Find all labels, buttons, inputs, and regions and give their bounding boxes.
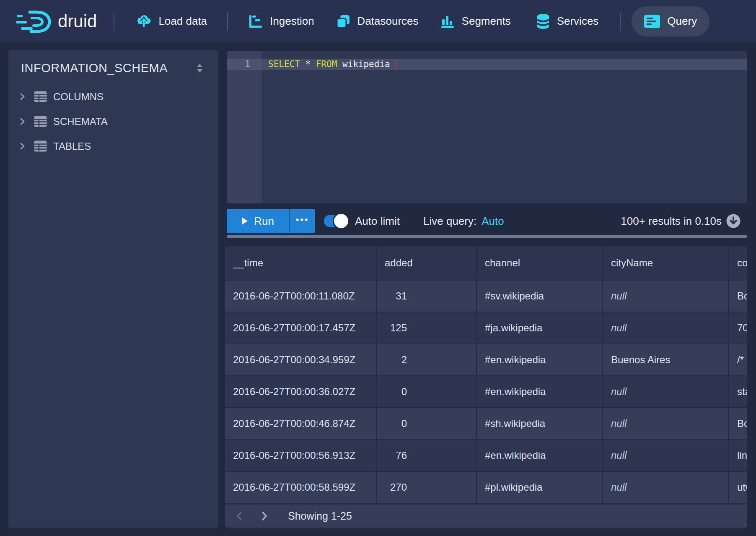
chevron-right-icon xyxy=(20,142,25,150)
table-icon xyxy=(34,116,47,127)
download-button[interactable] xyxy=(726,214,740,228)
sql-star: * xyxy=(305,59,311,69)
cell-comment[interactable]: link xyxy=(729,440,747,472)
tree-item-tables[interactable]: TABLES xyxy=(8,134,218,159)
column-header-channel[interactable]: channel xyxy=(477,246,603,281)
nav-item-label: Query xyxy=(667,15,697,28)
showing-label: Showing 1-25 xyxy=(288,510,352,522)
cell-channel[interactable]: #en.wikipedia xyxy=(477,376,603,408)
stacked-squares-icon xyxy=(336,14,350,29)
nav-item-query-active[interactable]: Query xyxy=(632,6,709,36)
tree-item-label: TABLES xyxy=(53,141,91,152)
sql-table-name: wikipedia xyxy=(342,59,390,69)
cell-time[interactable]: 2016-06-27T00:00:11.080Z xyxy=(225,281,377,312)
nav-item-datasources[interactable]: Datasources xyxy=(336,14,419,29)
cell-added[interactable]: 0 xyxy=(377,408,477,440)
cell-added[interactable]: 125 xyxy=(377,312,477,344)
cell-comment[interactable]: Bot xyxy=(729,281,747,312)
cell-added[interactable]: 76 xyxy=(377,440,477,472)
panel-resize-handle[interactable] xyxy=(227,235,747,238)
console-icon xyxy=(644,15,660,28)
line-number: 1 xyxy=(227,59,250,70)
cell-comment[interactable]: sta xyxy=(729,376,747,408)
text-cursor xyxy=(396,60,397,69)
cell-cityname[interactable]: null xyxy=(603,472,729,504)
query-editor[interactable]: 1 SELECT*FROMwikipedia xyxy=(227,51,747,203)
cell-added[interactable]: 2 xyxy=(377,344,477,376)
cell-channel[interactable]: #en.wikipedia xyxy=(477,344,603,376)
double-caret-vertical-icon xyxy=(196,63,203,73)
cell-cityname[interactable]: null xyxy=(603,281,729,312)
top-nav: druid Load data xyxy=(0,0,756,42)
cell-comment[interactable]: utw xyxy=(729,472,747,504)
nav-divider xyxy=(227,12,228,31)
nav-item-ingestion[interactable]: Ingestion xyxy=(249,14,314,29)
sql-text: SELECT*FROMwikipedia xyxy=(268,59,397,70)
bar-chart-icon xyxy=(440,14,455,29)
tree-item-columns[interactable]: COLUMNS xyxy=(8,84,218,109)
page-prev-button[interactable] xyxy=(236,511,242,521)
cell-cityname[interactable]: null xyxy=(603,312,729,344)
table-row: 2016-06-27T00:00:56.913Z76#en.wikipedian… xyxy=(225,440,747,472)
results-table: __time added channel cityName comment 20… xyxy=(225,246,747,528)
table-header-row: __time added channel cityName comment xyxy=(225,246,747,281)
schema-selector[interactable]: INFORMATION_SCHEMA xyxy=(8,50,218,75)
results-meta: 100+ results in 0.10s xyxy=(621,209,740,233)
nav-item-label: Ingestion xyxy=(270,15,314,28)
column-header-comment[interactable]: comment xyxy=(729,246,747,281)
cell-channel[interactable]: #en.wikipedia xyxy=(477,440,603,472)
auto-limit-label: Auto limit xyxy=(355,209,400,233)
druid-console: druid Load data xyxy=(0,0,756,536)
run-button-group: Run ••• xyxy=(227,209,315,233)
run-more-button[interactable]: ••• xyxy=(289,209,315,233)
table-row: 2016-06-27T00:00:17.457Z125#ja.wikipedia… xyxy=(225,312,747,344)
cell-added[interactable]: 31 xyxy=(377,281,477,312)
cell-channel[interactable]: #sv.wikipedia xyxy=(477,281,603,312)
column-header-added[interactable]: added xyxy=(377,246,477,281)
run-button[interactable]: Run xyxy=(227,209,289,233)
column-header-cityname[interactable]: cityName xyxy=(603,246,729,281)
cell-channel[interactable]: #pl.wikipedia xyxy=(477,472,603,504)
table-row: 2016-06-27T00:00:11.080Z31#sv.wikipedian… xyxy=(225,281,747,312)
nav-item-load-data[interactable]: Load data xyxy=(136,14,207,29)
table-row: 2016-06-27T00:00:34.959Z2#en.wikipediaBu… xyxy=(225,344,747,376)
nav-item-services[interactable]: Services xyxy=(536,13,599,30)
live-query-value[interactable]: Auto xyxy=(482,215,504,228)
cell-time[interactable]: 2016-06-27T00:00:36.027Z xyxy=(225,376,377,408)
brand-wordmark: druid xyxy=(58,11,97,31)
cell-channel[interactable]: #sh.wikipedia xyxy=(477,408,603,440)
cell-cityname[interactable]: Buenos Aires xyxy=(603,344,729,376)
cell-cityname[interactable]: null xyxy=(603,376,729,408)
page-next-button[interactable] xyxy=(261,511,268,521)
results-summary: 100+ results in 0.10s xyxy=(621,215,722,228)
cell-comment[interactable]: 70. xyxy=(729,312,747,344)
more-icon: ••• xyxy=(295,214,309,225)
cell-added[interactable]: 0 xyxy=(377,376,477,408)
table-icon xyxy=(34,91,47,102)
cell-comment[interactable]: Bot xyxy=(729,408,747,440)
cell-cityname[interactable]: null xyxy=(603,408,729,440)
cell-time[interactable]: 2016-06-27T00:00:46.874Z xyxy=(225,408,377,440)
table-body: 2016-06-27T00:00:11.080Z31#sv.wikipedian… xyxy=(225,281,747,504)
cell-time[interactable]: 2016-06-27T00:00:17.457Z xyxy=(225,312,377,344)
nav-item-label: Services xyxy=(557,15,599,28)
cell-added[interactable]: 270 xyxy=(377,472,477,504)
cell-channel[interactable]: #ja.wikipedia xyxy=(477,312,603,344)
cell-comment[interactable]: /* S xyxy=(729,344,747,376)
database-icon xyxy=(536,13,550,30)
nav-item-label: Datasources xyxy=(357,15,419,28)
druid-logo[interactable]: druid xyxy=(16,9,97,34)
auto-limit-toggle[interactable] xyxy=(324,215,347,227)
cell-time[interactable]: 2016-06-27T00:00:56.913Z xyxy=(225,440,377,472)
schema-sidebar: INFORMATION_SCHEMA COLUMNS xyxy=(8,50,218,528)
cell-time[interactable]: 2016-06-27T00:00:58.599Z xyxy=(225,472,377,504)
druid-logo-icon xyxy=(16,9,53,34)
sql-keyword: SELECT xyxy=(268,59,300,69)
table-row: 2016-06-27T00:00:46.874Z0#sh.wikipedianu… xyxy=(225,408,747,440)
tree-item-schemata[interactable]: SCHEMATA xyxy=(8,109,218,134)
column-header-time[interactable]: __time xyxy=(225,246,377,281)
cell-cityname[interactable]: null xyxy=(603,440,729,472)
nav-item-segments[interactable]: Segments xyxy=(440,14,511,29)
cell-time[interactable]: 2016-06-27T00:00:34.959Z xyxy=(225,344,377,376)
schema-title: INFORMATION_SCHEMA xyxy=(21,61,168,75)
